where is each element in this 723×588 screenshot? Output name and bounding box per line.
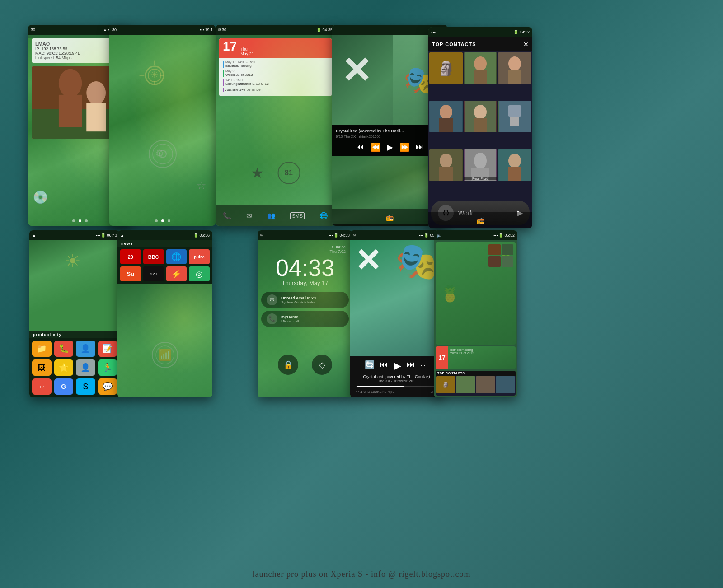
contact-9[interactable] bbox=[498, 149, 531, 181]
app-20min[interactable]: 20 bbox=[120, 249, 141, 264]
nav-globe[interactable]: 🌐 bbox=[319, 212, 328, 220]
nav-text[interactable]: SMS bbox=[290, 212, 305, 219]
status-bar-6: ▲ ▪▪▪ 🔋 06:43 bbox=[29, 230, 120, 240]
app-skype[interactable]: S bbox=[76, 378, 95, 395]
svg-point-2 bbox=[59, 69, 82, 98]
status-right-3: 🔋 04:35 bbox=[316, 28, 333, 32]
app-bug[interactable]: 🐛 bbox=[54, 341, 74, 357]
time-7: 06:36 bbox=[199, 233, 210, 238]
contact-4[interactable] bbox=[429, 101, 463, 132]
contact-resu-pikett[interactable]: Resu Pikett bbox=[464, 149, 497, 181]
app-google[interactable]: G bbox=[54, 378, 74, 395]
status-right-7: 🔋 06:36 bbox=[193, 233, 210, 238]
status-bar-5: ▪▪▪ 🔋 19:12 bbox=[428, 27, 532, 37]
lock-lock-btn[interactable]: 🔒 bbox=[278, 355, 298, 375]
productivity-label: productivity bbox=[29, 331, 120, 338]
app-green[interactable]: ◎ bbox=[189, 266, 210, 281]
nav-radio-5[interactable]: 📻 bbox=[477, 217, 484, 224]
svg-point-32 bbox=[474, 153, 487, 169]
nav-phone[interactable]: 📞 bbox=[223, 212, 231, 220]
app-contacts2[interactable]: 👤 bbox=[76, 341, 95, 357]
btn-prev-9[interactable]: ⏮ bbox=[380, 360, 388, 372]
music-subtitle-4: 9/10 The XX - ririmix201201 bbox=[336, 135, 444, 139]
nav-sms[interactable]: ✉ bbox=[246, 212, 252, 220]
app-folder[interactable]: 📁 bbox=[32, 341, 52, 357]
app-stumbleupon[interactable]: Su bbox=[120, 266, 141, 281]
control-btns-9: 🔄 ⏮ ▶ ⏭ ⋯ bbox=[354, 360, 439, 372]
dot-3 bbox=[85, 219, 88, 222]
btn-next[interactable]: ⏩ bbox=[399, 142, 409, 152]
dot-2-1 bbox=[155, 219, 158, 222]
bottom-nav-5: 📻 bbox=[428, 212, 532, 228]
btn-play[interactable]: ▶ bbox=[387, 142, 393, 152]
svg-rect-36 bbox=[508, 167, 521, 181]
contact-1[interactable]: 🗿 bbox=[429, 52, 463, 84]
dot-2-2 bbox=[161, 219, 164, 222]
progress-bar-9[interactable] bbox=[357, 386, 437, 387]
sun-deco-6: ☀ bbox=[61, 247, 88, 276]
signal-5: ▪▪▪ bbox=[431, 30, 436, 34]
app-chat[interactable]: 💬 bbox=[98, 378, 117, 395]
nav-radio-4[interactable]: 📻 bbox=[386, 214, 394, 221]
dot-2 bbox=[79, 219, 81, 222]
status-icons-left-1: 30 bbox=[31, 28, 35, 32]
star-2[interactable]: ☆ bbox=[197, 179, 207, 192]
star-circle-widget: ★ 81 bbox=[251, 162, 300, 184]
svg-point-4 bbox=[86, 81, 106, 104]
app-globe-news[interactable]: 🌐 bbox=[166, 249, 187, 264]
app-nyt[interactable]: NYT bbox=[143, 266, 164, 281]
status-left-6: ▲ bbox=[32, 233, 36, 238]
phone-screen-3: ✉30 🔋 04:35 17 Thu May 21 May 17 14:30 bbox=[216, 25, 335, 226]
svg-rect-5 bbox=[86, 103, 106, 131]
signal-6: ▪▪▪ bbox=[96, 233, 100, 238]
music-disc-icon[interactable]: 💿 bbox=[33, 190, 48, 205]
close-button[interactable]: ✕ bbox=[523, 41, 529, 48]
app-swap[interactable]: ↔ bbox=[32, 378, 52, 395]
svg-rect-21 bbox=[439, 118, 453, 132]
news-apps: 20 BBC 🌐 pulse Su NYT ⚡ ◎ bbox=[120, 249, 210, 281]
status-left-5: ▪▪▪ bbox=[431, 30, 436, 34]
btn-play-9[interactable]: ▶ bbox=[394, 360, 401, 372]
app-notes[interactable]: 📝 bbox=[98, 341, 117, 357]
status-bar-9: ✉ ▪▪▪ 🔋 05:45 bbox=[350, 230, 443, 240]
nav-people[interactable]: 👥 bbox=[267, 212, 276, 220]
album-art-full-9: ✕ 🎭 🔄 bbox=[350, 240, 443, 356]
svg-rect-30 bbox=[439, 167, 453, 181]
svg-text:☀: ☀ bbox=[150, 69, 159, 80]
btn-refresh[interactable]: 🔄 bbox=[365, 360, 375, 372]
app-power[interactable]: ⚡ bbox=[166, 266, 187, 281]
svg-point-35 bbox=[508, 154, 521, 168]
wifi-deco-2: ⚙ bbox=[147, 138, 178, 172]
time-10: 05:52 bbox=[504, 233, 515, 238]
contact-5[interactable] bbox=[464, 101, 497, 132]
app-run[interactable]: 🏃 bbox=[98, 359, 117, 376]
news-label: news bbox=[117, 240, 212, 247]
app-gallery[interactable]: 🖼 bbox=[32, 359, 52, 376]
btn-prev[interactable]: ⏪ bbox=[371, 142, 380, 152]
status-left-2: 30 bbox=[112, 28, 117, 32]
dot-2-3 bbox=[168, 219, 170, 222]
app-pulse[interactable]: pulse bbox=[189, 249, 210, 264]
app-bbc[interactable]: BBC bbox=[143, 249, 164, 264]
status-left-3: ✉30 bbox=[218, 28, 226, 32]
contact-3[interactable] bbox=[498, 52, 531, 84]
btn-next-9[interactable]: ⏭ bbox=[407, 360, 415, 372]
battery-10: 🔋 bbox=[498, 233, 503, 238]
productivity-apps: 📁 🐛 👤 📝 🖼 ⭐ 👤 🏃 ↔ G S 💬 bbox=[32, 341, 117, 395]
contact-6[interactable] bbox=[498, 101, 531, 132]
app-star2[interactable]: ⭐ bbox=[54, 359, 74, 376]
music-title-4: Crystalized (covered by The Goril... bbox=[336, 129, 444, 133]
svg-point-17 bbox=[508, 56, 521, 71]
btn-next-next[interactable]: ⏭ bbox=[416, 142, 424, 152]
btn-prev-prev[interactable]: ⏮ bbox=[356, 142, 364, 152]
app-person[interactable]: 👤 bbox=[76, 359, 95, 376]
svg-text:☀: ☀ bbox=[65, 251, 81, 271]
contact-7[interactable] bbox=[429, 149, 463, 181]
lock-unlock-btn[interactable]: ◇ bbox=[312, 355, 332, 375]
contact-2[interactable] bbox=[464, 52, 497, 84]
status-bar-2: 30 ▪▪▪ 19:1 bbox=[109, 25, 216, 35]
progress-fill-9 bbox=[357, 386, 404, 387]
star-icon-3: ★ bbox=[251, 164, 264, 182]
news-section: news 20 BBC 🌐 pulse Su NYT ⚡ ◎ bbox=[117, 240, 212, 284]
btn-more[interactable]: ⋯ bbox=[420, 360, 428, 372]
